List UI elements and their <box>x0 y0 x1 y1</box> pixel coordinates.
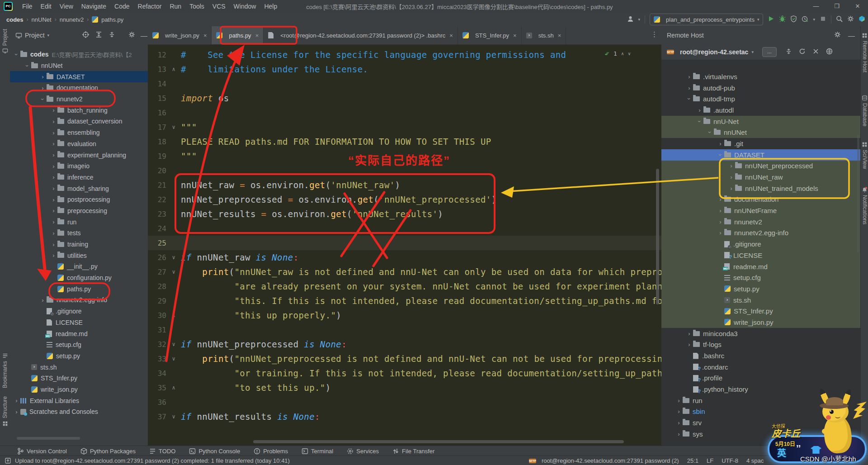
collapse-all-remote-icon[interactable] <box>785 48 792 56</box>
tree-item-nnunetv2.egg-info[interactable]: ›nnunetv2.egg-info <box>10 294 148 306</box>
menu-help[interactable]: Help <box>260 3 281 10</box>
tree-item-DATASET[interactable]: ›DATASET <box>10 71 148 82</box>
code-line-19[interactable]: 19""" <box>148 149 661 163</box>
expand-all-icon[interactable] <box>95 31 102 39</box>
tree-item-inference[interactable]: ›inference <box>10 172 148 183</box>
remote-connection-select[interactable]: root@region-42.seetac <box>680 48 748 56</box>
chevron-expanded-icon[interactable]: › <box>686 95 693 103</box>
chevron-collapsed-icon[interactable]: › <box>50 241 57 248</box>
tab-options-kebab-icon[interactable]: ⋮ <box>651 30 658 38</box>
tab-close-icon[interactable]: × <box>449 32 453 39</box>
profiler-button[interactable] <box>802 15 808 24</box>
code-line-23[interactable]: 23nnUNet_results = os.environ.get('nnUNe… <box>148 207 661 221</box>
hide-remote-panel-icon[interactable]: — <box>848 32 855 39</box>
tree-item-utilities[interactable]: ›utilities <box>10 250 148 261</box>
menu-refactor[interactable]: Refactor <box>134 3 166 10</box>
remote-vscrollbar[interactable] <box>857 135 859 252</box>
web-server-settings-icon[interactable] <box>826 48 833 56</box>
chevron-expanded-icon[interactable]: › <box>24 62 31 70</box>
tree-item-nnUNet[interactable]: ›nnUNet <box>10 60 148 71</box>
chevron-collapsed-icon[interactable]: › <box>50 196 57 203</box>
tree-item-.gitignore[interactable]: .gitignore <box>661 238 860 250</box>
tree-item-miniconda3[interactable]: ›miniconda3 <box>661 328 860 339</box>
code-line-14[interactable]: 14 <box>148 76 661 91</box>
coverage-button[interactable] <box>790 15 797 24</box>
tool-button-bookmarks[interactable]: Bookmarks <box>0 353 10 388</box>
tree-item-.git[interactable]: ›.git <box>661 138 860 149</box>
chevron-collapsed-icon[interactable]: › <box>50 129 57 136</box>
code-line-13[interactable]: 13∧# limitations under the License. <box>148 62 661 76</box>
tool-window-button-services[interactable]: Services <box>347 448 379 455</box>
code-line-28[interactable]: 28 "are already present on your system. … <box>148 279 661 294</box>
profiler-dropdown-icon[interactable]: ▾ <box>813 17 815 22</box>
tree-item-model_sharing[interactable]: ›model_sharing <box>10 183 148 194</box>
menu-code[interactable]: Code <box>110 3 133 10</box>
tree-item-documentation[interactable]: ›documentation <box>661 194 860 205</box>
chevron-collapsed-icon[interactable]: › <box>13 408 20 415</box>
menu-file[interactable]: File <box>18 3 37 10</box>
chevron-expanded-icon[interactable]: › <box>696 118 703 125</box>
tree-item-STS_Infer.py[interactable]: STS_Infer.py <box>661 305 860 317</box>
code-editor[interactable]: 12# See the License for the specific lan… <box>148 44 661 446</box>
disconnect-icon[interactable] <box>812 48 819 56</box>
chevron-collapsed-icon[interactable]: › <box>50 174 57 180</box>
tree-item-DATASET[interactable]: ›DATASET <box>661 149 860 161</box>
fold-marker-icon[interactable]: ∨ <box>166 341 181 347</box>
menu-edit[interactable]: Edit <box>37 3 56 10</box>
tree-item-evaluation[interactable]: ›evaluation <box>10 138 148 150</box>
code-line-26[interactable]: 26∨if nnUNet_raw is None: <box>148 250 661 265</box>
chevron-collapsed-icon[interactable]: › <box>696 107 703 114</box>
tree-item-readme.md[interactable]: readme.md <box>10 328 148 339</box>
chevron-expanded-icon[interactable]: › <box>39 95 46 103</box>
tree-item-tf-logs[interactable]: ›tf-logs <box>661 339 860 351</box>
tree-item-ScratchesandConsoles[interactable]: ›Scratches and Consoles <box>10 406 148 418</box>
chevron-collapsed-icon[interactable]: › <box>50 107 57 114</box>
tool-button-project[interactable]: Project <box>0 29 10 54</box>
chevron-collapsed-icon[interactable]: › <box>675 419 683 426</box>
breadcrumb-item[interactable]: nnunetv2 <box>60 16 84 23</box>
tab-close-icon[interactable]: × <box>513 32 517 39</box>
tool-button-sciview[interactable]: SciView <box>861 142 868 169</box>
fold-marker-icon[interactable]: ∧ <box>166 384 181 391</box>
menu-tools[interactable]: Tools <box>185 3 208 10</box>
tree-item-.condarc[interactable]: .condarc <box>661 361 860 373</box>
code-line-35[interactable]: 35∧ "to set this up.") <box>148 380 661 395</box>
tree-item-LICENSE[interactable]: LICENSE <box>10 317 148 328</box>
tab-close-icon[interactable]: × <box>203 32 207 39</box>
tool-window-button-todo[interactable]: TODO <box>149 448 175 455</box>
code-line-17[interactable]: 17∨""" <box>148 120 661 134</box>
select-opened-file-icon[interactable] <box>82 31 89 39</box>
tree-item-setup.py[interactable]: setup.py <box>10 351 148 362</box>
tree-item-sts.sh[interactable]: sts.sh <box>661 294 860 306</box>
chevron-expanded-icon[interactable]: › <box>717 151 724 159</box>
tree-item-ExternalLibraries[interactable]: ›External Libraries <box>10 395 148 406</box>
fold-marker-icon[interactable]: ∨ <box>166 356 181 362</box>
fold-marker-icon[interactable]: ∨ <box>166 254 181 261</box>
tree-item-.profile[interactable]: .profile <box>661 373 860 384</box>
chevron-collapsed-icon[interactable]: › <box>50 207 57 214</box>
chevron-collapsed-icon[interactable]: › <box>717 196 724 203</box>
chevron-collapsed-icon[interactable]: › <box>727 162 735 169</box>
editor-tab-sts.sh[interactable]: sts.sh× <box>522 26 566 44</box>
tree-item-nnUNet_trained_models[interactable]: ›nnUNet_trained_models <box>661 183 860 194</box>
panel-options-gear-icon[interactable] <box>128 31 135 39</box>
menu-view[interactable]: View <box>56 3 77 10</box>
tree-item-sts.sh[interactable]: sts.sh <box>10 361 148 373</box>
chevron-collapsed-icon[interactable]: › <box>717 140 724 147</box>
tree-item-setup.cfg[interactable]: setup.cfg <box>10 339 148 351</box>
tree-item-setup.py[interactable]: setup.py <box>661 283 860 294</box>
tree-item-tests[interactable]: ›tests <box>10 228 148 239</box>
code-line-18[interactable]: 18PLEASE READ paths.md FOR INFORMATION T… <box>148 134 661 149</box>
tree-item-__init__.py[interactable]: __init__.py <box>10 261 148 272</box>
tree-item-write_json.py[interactable]: write_json.py <box>661 317 860 328</box>
encoding-widget[interactable]: UTF-8 <box>722 457 738 464</box>
code-line-20[interactable]: 20 <box>148 163 661 178</box>
connection-dropdown-icon[interactable]: ▾ <box>751 50 754 54</box>
tool-button-notifications[interactable]: Notifications <box>861 187 868 224</box>
chevron-collapsed-icon[interactable]: › <box>717 229 724 236</box>
tree-item-.gitignore[interactable]: .gitignore <box>10 306 148 317</box>
fold-marker-icon[interactable]: ∨ <box>166 269 181 275</box>
tree-item-LICENSE[interactable]: LICENSE <box>661 250 860 261</box>
stop-button[interactable] <box>820 15 826 24</box>
collapse-all-icon[interactable] <box>108 31 115 39</box>
